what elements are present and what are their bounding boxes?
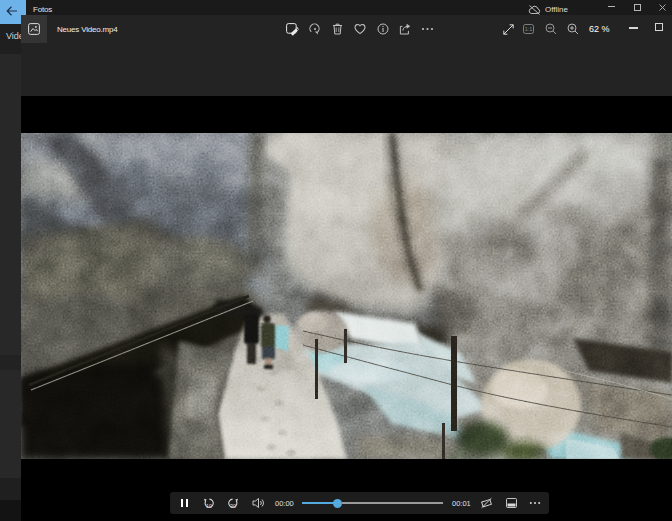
svg-text:30: 30	[230, 503, 236, 509]
svg-text:1:1: 1:1	[525, 26, 533, 32]
svg-text:10: 10	[206, 503, 212, 509]
